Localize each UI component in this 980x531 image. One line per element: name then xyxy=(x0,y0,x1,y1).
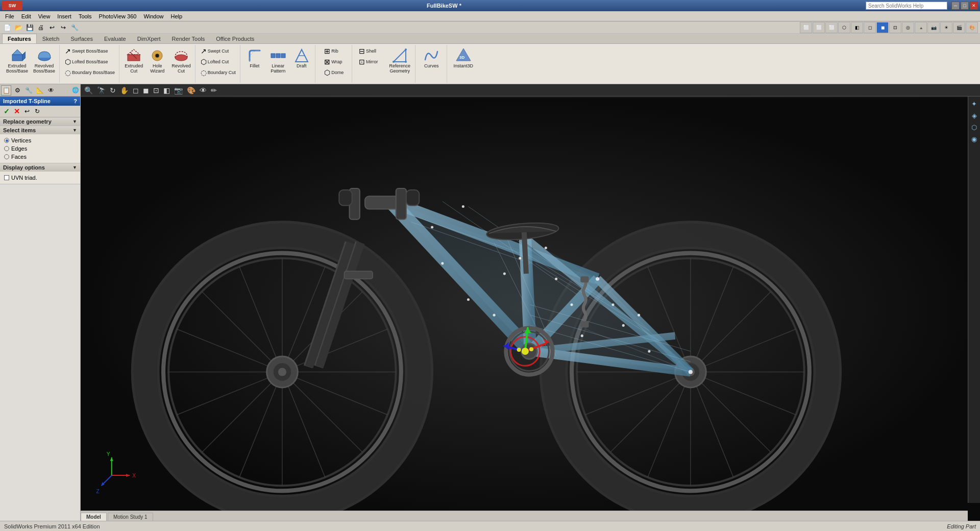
radio-vertices[interactable]: Vertices xyxy=(4,136,76,144)
radio-edges[interactable]: Edges xyxy=(4,144,76,153)
rs-property-manager[interactable]: ✦ xyxy=(969,99,979,109)
view-appearances[interactable]: 🎨 xyxy=(966,22,978,33)
rs-scenes[interactable]: ⬡ xyxy=(969,122,979,132)
section-select-items-header[interactable]: Select items ▼ xyxy=(0,126,80,134)
view-perspective[interactable]: ⟁ xyxy=(915,22,927,33)
lofted-boss-button[interactable]: ⬡ Lofted Boss/Base xyxy=(63,57,117,67)
view-top[interactable]: ⬜ xyxy=(813,22,825,33)
radio-faces[interactable]: Faces xyxy=(4,153,76,161)
tab-evaluate[interactable]: Evaluate xyxy=(99,34,132,43)
vp-display-style[interactable]: 🎨 xyxy=(185,86,197,94)
tab-sketch[interactable]: Sketch xyxy=(37,34,65,43)
boundary-cut-button[interactable]: ◌ Boundary Cut xyxy=(199,67,238,78)
extruded-boss-base-button[interactable]: ExtrudedBoss/Base xyxy=(4,46,30,76)
menu-edit[interactable]: Edit xyxy=(18,12,34,20)
tab-office-products[interactable]: Office Products xyxy=(210,34,260,43)
panel-icon-feature-manager[interactable]: 📋 xyxy=(1,85,11,95)
view-front[interactable]: ⬜ xyxy=(800,22,812,33)
tab-motion-study[interactable]: Motion Study 1 xyxy=(108,513,153,521)
vp-section-view[interactable]: ◧ xyxy=(162,86,172,94)
panel-icon-config-manager[interactable]: 🔧 xyxy=(23,85,34,95)
tab-features[interactable]: Features xyxy=(2,34,37,43)
vp-zoom[interactable]: 🔭 xyxy=(95,86,107,94)
view-iso[interactable]: ⬡ xyxy=(838,22,850,33)
bike-3d-scene[interactable]: X Y Z xyxy=(81,96,980,523)
panel-back-button[interactable]: ↩ xyxy=(22,107,32,116)
menu-view[interactable]: View xyxy=(35,12,54,20)
view-scenes[interactable]: 🎬 xyxy=(953,22,965,33)
viewport[interactable]: 🔍 🔭 ↻ ✋ ◻ ◼ ⊡ ◧ 📷 🎨 👁 ✏ ✓ ✕ xyxy=(81,84,980,523)
vp-view-orient[interactable]: 📷 xyxy=(173,86,184,94)
tab-dimxpert[interactable]: DimXpert xyxy=(132,34,166,43)
view-hidden[interactable]: ⊡ xyxy=(889,22,901,33)
menu-help[interactable]: Help xyxy=(168,12,186,20)
vp-shaded-edges[interactable]: ⊡ xyxy=(152,86,161,94)
curves-button[interactable]: Curves xyxy=(421,46,442,70)
fillet-button[interactable]: Fillet xyxy=(243,46,266,70)
view-wireframe[interactable]: ◻ xyxy=(864,22,876,33)
reference-geometry-button[interactable]: ReferenceGeometry xyxy=(387,46,412,76)
section-replace-geometry-header[interactable]: Replace geometry ▼ xyxy=(0,117,80,126)
rib-button[interactable]: ⊞ Rib xyxy=(322,46,346,56)
qt-save[interactable]: 💾 xyxy=(24,22,35,33)
panel-preview-button[interactable]: ↻ xyxy=(33,107,42,116)
vp-hide-show[interactable]: 👁 xyxy=(198,86,208,94)
panel-ok-button[interactable]: ✓ xyxy=(2,107,11,116)
wrap-button[interactable]: ⊠ Wrap xyxy=(322,57,346,67)
extruded-cut-button[interactable]: ExtrudedCut xyxy=(122,46,145,76)
swept-boss-button[interactable]: ↗ Swept Boss/Base xyxy=(63,46,117,56)
hole-wizard-button[interactable]: HoleWizard xyxy=(146,46,168,76)
panel-icon-property-manager[interactable]: ⚙ xyxy=(12,85,22,95)
view-section[interactable]: ◧ xyxy=(851,22,863,33)
panel-help-icon[interactable]: 🌐 xyxy=(72,87,79,93)
qt-undo[interactable]: ↩ xyxy=(47,22,57,33)
panel-cancel-button[interactable]: ✕ xyxy=(12,107,21,116)
qt-print[interactable]: 🖨 xyxy=(36,22,46,33)
panel-icon-dim-xpert[interactable]: 📐 xyxy=(35,85,45,95)
rs-appearance[interactable]: ◈ xyxy=(969,110,979,120)
menu-photoview[interactable]: PhotoView 360 xyxy=(96,12,140,20)
menu-window[interactable]: Window xyxy=(140,12,166,20)
tab-surfaces[interactable]: Surfaces xyxy=(65,34,99,43)
vp-zoom-to-fit[interactable]: 🔍 xyxy=(83,86,94,94)
panel-icon-display-manager[interactable]: 👁 xyxy=(46,85,56,95)
search-input[interactable] xyxy=(866,2,947,10)
view-shaded[interactable]: ◼ xyxy=(876,22,889,33)
view-right[interactable]: ⬜ xyxy=(825,22,838,33)
draft-button[interactable]: Draft xyxy=(290,46,313,70)
checkbox-uvn-triad[interactable]: UVN triad. xyxy=(4,174,76,182)
shell-button[interactable]: ⊟ Shell xyxy=(357,46,380,56)
instant3d-button[interactable]: 3D Instant3D xyxy=(451,46,476,70)
tab-model[interactable]: Model xyxy=(81,513,107,521)
menu-tools[interactable]: Tools xyxy=(76,12,95,20)
qt-open[interactable]: 📂 xyxy=(13,22,23,33)
vp-shaded[interactable]: ◼ xyxy=(141,86,151,94)
revolved-cut-button[interactable]: RevolvedCut xyxy=(169,46,193,76)
view-camera[interactable]: 📷 xyxy=(927,22,940,33)
close-button[interactable]: ✕ xyxy=(970,2,978,10)
vp-wireframe[interactable]: ◻ xyxy=(131,86,140,94)
view-lights[interactable]: ☀ xyxy=(940,22,952,33)
rs-decals[interactable]: ◉ xyxy=(969,134,979,144)
menu-insert[interactable]: Insert xyxy=(54,12,75,20)
linear-pattern-button[interactable]: LinearPattern xyxy=(267,46,289,76)
mirror-button[interactable]: ⊡ Mirror xyxy=(357,57,380,67)
dome-button[interactable]: ⬡ Dome xyxy=(322,67,346,78)
menu-file[interactable]: File xyxy=(2,12,17,20)
vp-pan[interactable]: ✋ xyxy=(118,86,130,94)
minimize-button[interactable]: ─ xyxy=(951,2,960,10)
swept-cut-button[interactable]: ↗ Swept Cut xyxy=(199,46,238,56)
qt-rebuild[interactable]: 🔧 xyxy=(69,22,80,33)
revolved-boss-base-button[interactable]: RevolvedBoss/Base xyxy=(31,46,57,76)
tab-render-tools[interactable]: Render Tools xyxy=(166,34,211,43)
qt-new[interactable]: 📄 xyxy=(2,22,12,33)
section-display-options-header[interactable]: Display options ▼ xyxy=(0,163,80,172)
vp-edit-appearance[interactable]: ✏ xyxy=(209,86,218,94)
view-shadows[interactable]: ◎ xyxy=(902,22,914,33)
viewport-3d[interactable]: X Y Z xyxy=(81,96,980,523)
qt-redo[interactable]: ↪ xyxy=(58,22,68,33)
panel-help-btn[interactable]: ? xyxy=(74,98,77,104)
vp-rotate[interactable]: ↻ xyxy=(108,86,117,94)
maximize-button[interactable]: □ xyxy=(961,2,969,10)
boundary-boss-button[interactable]: ◌ Boundary Boss/Base xyxy=(63,67,117,78)
